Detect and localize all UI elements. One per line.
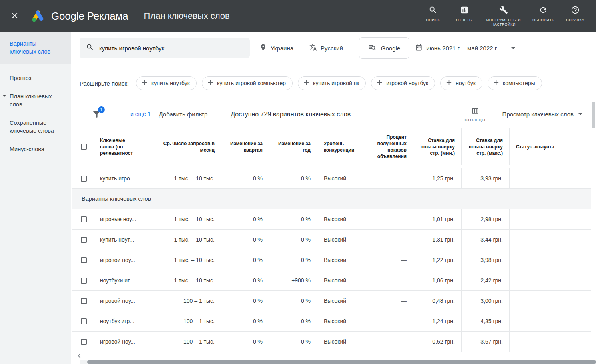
keyword-chip-label: ноутбук	[456, 80, 476, 86]
bid-max-cell: 3,98 грн.	[462, 250, 510, 270]
row-checkbox[interactable]	[81, 298, 87, 304]
table-row[interactable]: купить ноут... 1 тыс. – 10 тыс. 0 % 0 % …	[72, 230, 591, 250]
topbar-reports-button[interactable]: ОТЧЕТЫ	[454, 6, 475, 22]
sidebar-item-forecast[interactable]: Прогноз	[0, 69, 71, 87]
add-filter-button[interactable]: Добавить фильтр	[159, 111, 207, 118]
sidebar-item-saved-keywords[interactable]: Сохраненные ключевые слова	[0, 114, 71, 140]
topbar-help-button[interactable]: СПРАВКА	[565, 6, 586, 22]
keyword-chip[interactable]: компьютеры	[488, 76, 542, 90]
impression-share-cell: —	[365, 209, 413, 229]
seed-rows: купить игро... 1 тыс. – 10 тыс. 0 % 0 % …	[72, 168, 591, 189]
column-header-competition[interactable]: Уровень конкуренции	[317, 128, 365, 165]
keyword-cell[interactable]: ноутбуки иг...	[96, 270, 144, 290]
keyword-cell[interactable]: ноутбук игр...	[96, 311, 144, 331]
sidebar-item-label: Минус-слова	[10, 146, 44, 152]
scroll-left-button[interactable]	[76, 352, 83, 360]
row-checkbox-cell	[72, 291, 96, 311]
column-header-bid-low[interactable]: Ставка для показа вверху стр. (мин.)	[413, 128, 462, 165]
plus-icon	[142, 80, 148, 87]
chevron-left-icon	[76, 352, 83, 360]
view-dropdown[interactable]: Просмотр ключевых слов	[502, 111, 582, 118]
topbar-refresh-button[interactable]: ОБНОВИТЬ	[532, 6, 554, 22]
bid-min-cell: 0,52 грн.	[413, 332, 462, 352]
date-range-selector[interactable]: июнь 2021 г. – май 2022 г.	[415, 44, 515, 52]
keyword-cell[interactable]: игровые ноу...	[96, 209, 144, 229]
table-row[interactable]: игровой ноу... 1 тыс. – 10 тыс. 0 % 0 % …	[72, 250, 591, 270]
row-checkbox[interactable]	[81, 216, 87, 222]
row-checkbox[interactable]	[81, 257, 87, 263]
keyword-cell[interactable]: игровой ноу...	[96, 250, 144, 270]
competition-cell: Высокий	[317, 270, 365, 290]
column-header-year-change[interactable]: Изменение за год	[269, 128, 317, 165]
keyword-cell[interactable]: игровой ноу...	[96, 332, 144, 352]
bid-min-cell: 1,24 грн.	[413, 311, 462, 331]
impression-share-cell: —	[365, 332, 413, 352]
sidebar-item-keyword-plan[interactable]: План ключевых слов	[0, 87, 71, 114]
row-checkbox[interactable]	[81, 339, 87, 345]
keyword-cell[interactable]: купить ноут...	[96, 230, 144, 250]
row-checkbox[interactable]	[81, 237, 87, 243]
topbar-tools-button[interactable]: ИНСТРУМЕНТЫ И НАСТРОЙКИ	[485, 6, 522, 27]
column-header-keyword[interactable]: Ключевые слова (по релевантност	[96, 128, 144, 165]
year-change-cell: 0 %	[269, 168, 317, 188]
table-row[interactable]: игровой ноу... 100 – 1 тыс. 0 % 0 % Высо…	[72, 332, 591, 352]
column-header-bid-high[interactable]: Ставка для показа вверху стр. (макс.)	[462, 128, 510, 165]
translate-icon	[309, 44, 317, 52]
chevron-down-icon	[3, 95, 6, 97]
table-row[interactable]: игровые ноу... 1 тыс. – 10 тыс. 0 % 0 % …	[72, 209, 591, 230]
keyword-chip[interactable]: купить игровой компьютер	[202, 76, 293, 90]
column-header-account-status[interactable]: Статус аккаунта	[510, 128, 591, 165]
row-checkbox-cell	[72, 209, 96, 229]
quarter-change-cell: 0 %	[221, 168, 269, 188]
location-selector[interactable]: Украина	[259, 44, 293, 52]
plus-icon	[446, 80, 452, 87]
keyword-chip[interactable]: игровой ноутбук	[371, 76, 435, 90]
column-header-volume[interactable]: Ср. число запросов в месяц	[144, 128, 221, 165]
keyword-search-input[interactable]	[99, 45, 243, 52]
more-filters-link[interactable]: и ещё 1	[130, 111, 151, 118]
network-selector[interactable]: Google	[359, 37, 409, 59]
bid-min-cell: 1,22 грн.	[413, 250, 462, 270]
topbar-search-button[interactable]: ПОИСК	[423, 6, 443, 22]
table-tools: СТОЛБЦЫ Просмотр ключевых слов	[465, 107, 582, 122]
row-checkbox[interactable]	[81, 278, 87, 284]
keyword-chip[interactable]: купить ноутбук	[136, 76, 197, 90]
section-header-label: Варианты ключевых слов	[82, 196, 151, 202]
table-row[interactable]: купить игро... 1 тыс. – 10 тыс. 0 % 0 % …	[72, 168, 591, 189]
impression-share-cell: —	[365, 291, 413, 311]
header-gap	[72, 165, 591, 168]
language-selector[interactable]: Русский	[309, 44, 343, 52]
keyword-chip[interactable]: купить игровой пк	[298, 76, 366, 90]
keyword-cell[interactable]: купить игро...	[96, 168, 144, 188]
column-header-impression-share[interactable]: Процент полученных показов объявления	[365, 128, 413, 165]
select-all-cell	[72, 128, 96, 165]
brand-title: Google Реклама	[51, 10, 128, 22]
bid-max-cell: 3,00 грн.	[462, 291, 510, 311]
keyword-search-box[interactable]	[80, 38, 250, 58]
close-button[interactable]	[10, 11, 19, 21]
volume-cell: 100 – 1 тыс.	[144, 332, 221, 352]
keyword-cell[interactable]: игровой ноу...	[96, 291, 144, 311]
columns-button[interactable]: СТОЛБЦЫ	[465, 107, 486, 122]
sidebar-item-keyword-ideas[interactable]: Варианты ключевых слов	[0, 32, 71, 64]
filter-button[interactable]: 1	[91, 109, 102, 120]
volume-cell: 1 тыс. – 10 тыс.	[144, 209, 221, 229]
impression-share-cell: —	[365, 168, 413, 188]
select-all-checkbox[interactable]	[81, 144, 87, 150]
row-checkbox[interactable]	[81, 176, 87, 182]
horizontal-scrollbar-thumb[interactable]	[87, 360, 596, 364]
location-pin-icon	[259, 44, 267, 52]
horizontal-scrollbar[interactable]	[80, 360, 596, 364]
table-row[interactable]: ноутбуки иг... 1 тыс. – 10 тыс. 0 % +900…	[72, 270, 591, 291]
keyword-chip-label: игровой ноутбук	[386, 80, 428, 86]
keyword-chip[interactable]: ноутбук	[440, 76, 482, 90]
table-row[interactable]: игровой ноу... 100 – 1 тыс. 0 % 0 % Высо…	[72, 291, 591, 311]
account-status-cell	[510, 209, 591, 229]
bid-min-cell: 1,01 грн.	[413, 209, 462, 229]
column-header-quarter-change[interactable]: Изменение за квартал	[221, 128, 269, 165]
vertical-scrollbar-thumb[interactable]	[592, 102, 595, 128]
row-checkbox[interactable]	[81, 318, 87, 324]
table-row[interactable]: ноутбук игр... 100 – 1 тыс. 0 % 0 % Высо…	[72, 311, 591, 332]
google-ads-logo-icon[interactable]	[30, 9, 46, 23]
sidebar-item-negative-keywords[interactable]: Минус-слова	[0, 140, 71, 158]
